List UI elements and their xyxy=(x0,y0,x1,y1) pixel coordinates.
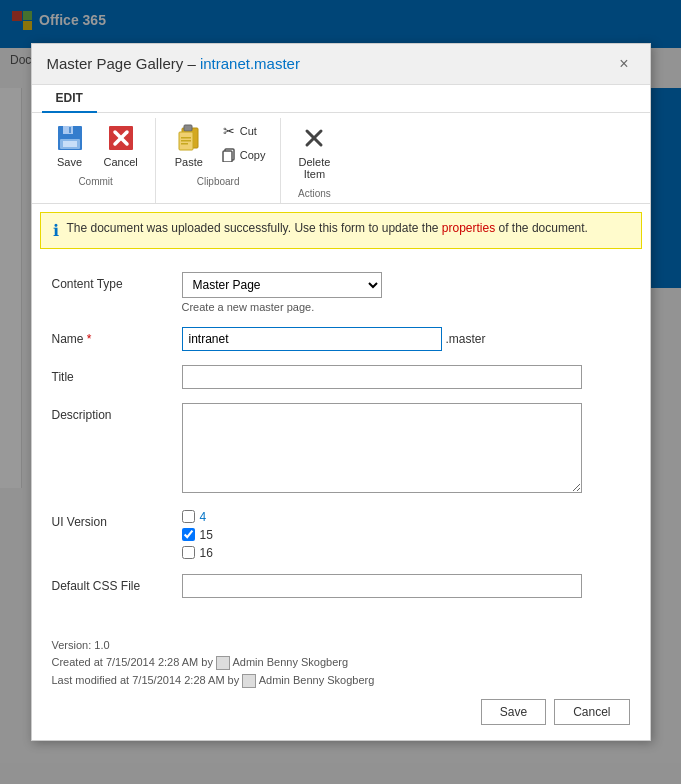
description-textarea[interactable] xyxy=(182,403,582,493)
name-required: * xyxy=(84,332,92,346)
default-css-input[interactable] xyxy=(182,574,582,598)
ui-version-15-checkbox[interactable] xyxy=(182,528,195,541)
ribbon-group-actions: Delete Item Actions xyxy=(281,118,347,203)
ui-version-4-link[interactable]: 4 xyxy=(200,510,207,524)
content-type-hint: Create a new master page. xyxy=(182,301,630,313)
modal-title: Master Page Gallery – intranet.master xyxy=(47,55,300,72)
ribbon-content: Save Cancel xyxy=(32,113,650,203)
ui-version-4-checkbox[interactable] xyxy=(182,510,195,523)
created-line: Created at 7/15/2014 2:28 AM by Admin Be… xyxy=(52,654,630,672)
ui-version-15-item: 15 xyxy=(182,528,630,542)
description-label: Description xyxy=(52,403,182,422)
ui-version-4-item: 4 xyxy=(182,510,630,524)
svg-rect-13 xyxy=(184,125,192,131)
title-input[interactable] xyxy=(182,365,582,389)
version-info: Version: 1.0 Created at 7/15/2014 2:28 A… xyxy=(52,637,630,690)
delete-icon xyxy=(298,122,330,154)
copy-icon xyxy=(221,147,237,163)
created-user-avatar xyxy=(216,656,230,670)
cancel-icon xyxy=(105,122,137,154)
paste-icon xyxy=(173,122,205,154)
ribbon-clipboard-buttons: Paste ✂ Cut xyxy=(166,118,271,172)
ribbon: EDIT xyxy=(32,85,650,204)
form-row-default-css: Default CSS File xyxy=(52,574,630,598)
form-row-ui-version: UI Version 4 15 16 xyxy=(52,510,630,560)
save-icon xyxy=(54,122,86,154)
ribbon-delete-label: Delete Item xyxy=(299,156,331,180)
modal-title-prefix: Master Page Gallery – xyxy=(47,55,200,72)
ribbon-clipboard-group-label: Clipboard xyxy=(197,176,240,191)
form-area: Content Type Master Page Create a new ma… xyxy=(32,257,650,627)
modal-header: Master Page Gallery – intranet.master × xyxy=(32,44,650,85)
ribbon-copy-label: Copy xyxy=(240,149,266,161)
content-type-field: Master Page Create a new master page. xyxy=(182,272,630,313)
ribbon-tabs: EDIT xyxy=(32,85,650,113)
form-row-description: Description xyxy=(52,403,630,496)
ui-version-checkboxes: 4 15 16 xyxy=(182,510,630,560)
version-text: Version: 1.0 xyxy=(52,639,110,651)
name-label: Name * xyxy=(52,327,182,346)
notification-text1: The document was uploaded successfully. … xyxy=(67,221,442,235)
footer-cancel-button[interactable]: Cancel xyxy=(554,699,629,725)
name-input[interactable] xyxy=(182,327,442,351)
svg-rect-16 xyxy=(181,140,191,142)
content-type-select[interactable]: Master Page xyxy=(182,272,382,298)
notification-link: properties xyxy=(442,221,495,235)
notification-text: The document was uploaded successfully. … xyxy=(67,221,588,235)
ribbon-copy-button[interactable]: Copy xyxy=(216,144,271,166)
default-css-field xyxy=(182,574,630,598)
tab-edit[interactable]: EDIT xyxy=(42,85,97,113)
modal-close-button[interactable]: × xyxy=(613,54,634,74)
modified-user-avatar xyxy=(242,674,256,688)
ribbon-cut-button[interactable]: ✂ Cut xyxy=(216,120,271,142)
modified-line: Last modified at 7/15/2014 2:28 AM by Ad… xyxy=(52,672,630,690)
ribbon-commit-group-label: Commit xyxy=(78,176,112,191)
name-row: .master xyxy=(182,327,630,351)
form-row-content-type: Content Type Master Page Create a new ma… xyxy=(52,272,630,313)
title-label: Title xyxy=(52,365,182,384)
ribbon-commit-buttons: Save Cancel xyxy=(47,118,145,172)
ui-version-label: UI Version xyxy=(52,510,182,529)
ribbon-cut-label: Cut xyxy=(240,125,257,137)
ui-version-field: 4 15 16 xyxy=(182,510,630,560)
name-suffix: .master xyxy=(446,332,486,346)
cut-icon: ✂ xyxy=(221,123,237,139)
ui-version-16-checkbox[interactable] xyxy=(182,546,195,559)
modified-text: Last modified at 7/15/2014 2:28 AM by xyxy=(52,674,243,686)
footer-buttons: Save Cancel xyxy=(52,699,630,725)
ui-version-15-label: 15 xyxy=(200,528,213,542)
notification-text2: of the document. xyxy=(495,221,588,235)
modified-user: Admin Benny Skogberg xyxy=(256,674,374,686)
footer-save-button[interactable]: Save xyxy=(481,699,546,725)
svg-rect-15 xyxy=(181,137,191,139)
svg-rect-8 xyxy=(63,141,77,147)
ribbon-cancel-label: Cancel xyxy=(104,156,138,168)
modal-footer: Version: 1.0 Created at 7/15/2014 2:28 A… xyxy=(32,627,650,741)
created-text: Created at 7/15/2014 2:28 AM by xyxy=(52,656,217,668)
ribbon-group-clipboard: Paste ✂ Cut xyxy=(156,118,282,203)
form-row-title: Title xyxy=(52,365,630,389)
created-user: Admin Benny Skogberg xyxy=(230,656,348,668)
modal-title-accent: intranet.master xyxy=(200,55,300,72)
modal-overlay: Master Page Gallery – intranet.master × … xyxy=(0,0,681,784)
svg-rect-5 xyxy=(63,126,73,134)
form-row-name: Name * .master xyxy=(52,327,630,351)
name-field: .master xyxy=(182,327,630,351)
ribbon-cancel-button[interactable]: Cancel xyxy=(97,118,145,172)
ui-version-16-label: 16 xyxy=(200,546,213,560)
ribbon-group-commit: Save Cancel xyxy=(37,118,156,203)
title-field xyxy=(182,365,630,389)
notification-banner: ℹ The document was uploaded successfully… xyxy=(40,212,642,249)
info-icon: ℹ xyxy=(53,221,59,240)
ribbon-actions-group-label: Actions xyxy=(298,188,331,203)
modal-dialog: Master Page Gallery – intranet.master × … xyxy=(31,43,651,742)
svg-rect-19 xyxy=(223,151,232,162)
ribbon-delete-button[interactable]: Delete Item xyxy=(291,118,337,184)
version-line: Version: 1.0 xyxy=(52,637,630,655)
ui-version-16-item: 16 xyxy=(182,546,630,560)
content-type-label: Content Type xyxy=(52,272,182,291)
svg-rect-17 xyxy=(181,143,188,145)
svg-rect-6 xyxy=(69,127,71,133)
ribbon-paste-button[interactable]: Paste xyxy=(166,118,212,172)
ribbon-save-button[interactable]: Save xyxy=(47,118,93,172)
